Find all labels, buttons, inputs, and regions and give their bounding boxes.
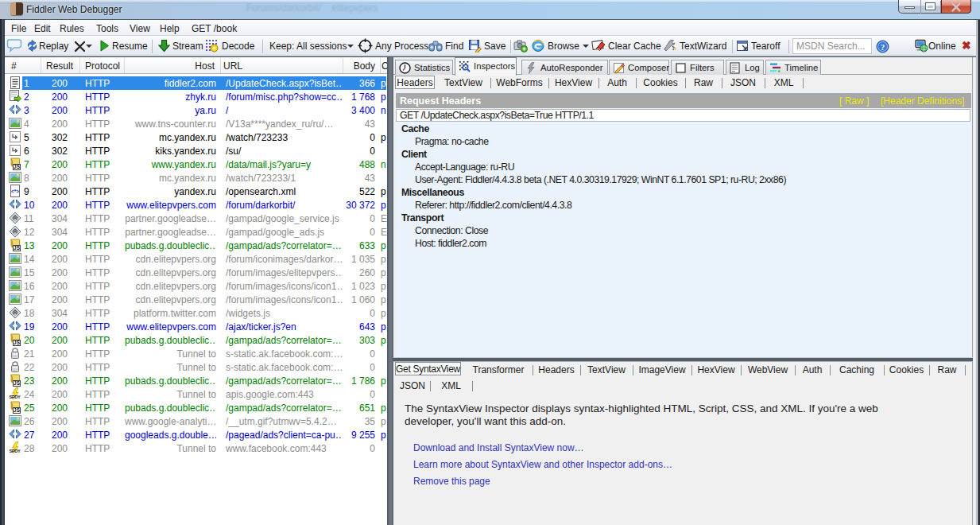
svg-text:<*>: <*> [11,189,19,194]
svg-text:JS: JS [14,245,21,251]
svg-text:JS: JS [14,340,21,345]
svg-text:JS: JS [14,380,21,386]
svg-text:JS: JS [14,407,21,413]
svg-text:SPDY: SPDY [10,449,21,453]
svg-text:JS: JS [14,164,21,169]
svg-text:?: ? [881,43,885,52]
svg-text:SPDY: SPDY [10,395,21,399]
